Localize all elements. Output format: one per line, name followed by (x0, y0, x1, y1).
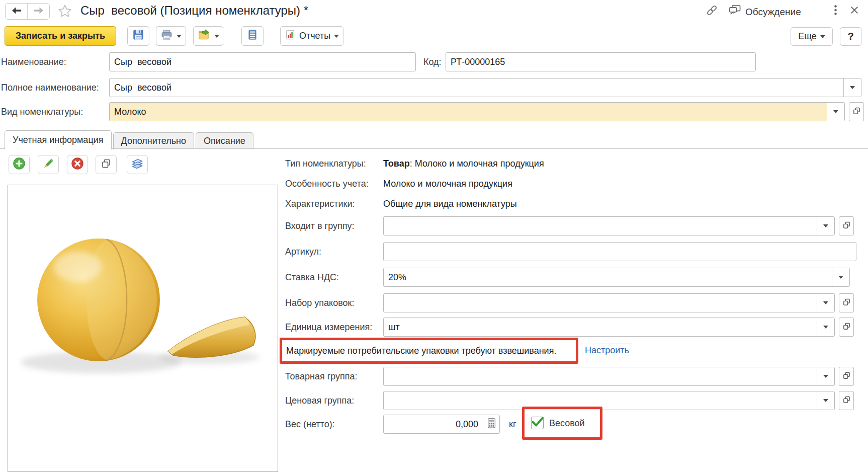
open-field-icon (852, 107, 861, 117)
characteristics-label: Характеристики: (285, 199, 355, 209)
register-icon (246, 28, 259, 44)
close-button[interactable] (846, 3, 863, 19)
register-button[interactable] (241, 26, 264, 46)
full-name-label: Полное наименование: (1, 78, 99, 97)
packaging-label: Набор упаковок: (285, 293, 354, 312)
reports-icon (285, 29, 296, 43)
tab-additional[interactable]: Дополнительно (113, 132, 195, 149)
code-input[interactable] (446, 52, 756, 71)
print-button[interactable] (156, 26, 186, 46)
history-nav (5, 3, 50, 20)
kind-input[interactable] (110, 103, 827, 121)
product-group-input[interactable] (384, 367, 817, 385)
menu-kebab-button[interactable] (827, 3, 844, 19)
more-label: Еще (798, 31, 817, 42)
full-name-dropdown-button[interactable] (843, 78, 861, 97)
open-field-icon (842, 395, 851, 406)
group-input[interactable] (384, 217, 817, 235)
dropdown-icon (823, 399, 828, 402)
back-button[interactable] (6, 4, 27, 19)
dropdown-icon (850, 86, 855, 89)
group-dropdown-button[interactable] (817, 217, 834, 235)
marking-notice-highlight: Маркируемые потребительские упаковки тре… (280, 338, 578, 364)
kind-open-button[interactable] (849, 102, 864, 121)
weight-field (383, 415, 500, 434)
price-group-input[interactable] (384, 391, 817, 410)
forward-icon (33, 5, 45, 19)
print-icon (160, 29, 173, 44)
group-label: Входит в группу: (285, 216, 354, 235)
weight-calculator-button[interactable] (483, 415, 499, 433)
more-button[interactable]: Еще (791, 27, 833, 46)
item-form-window: Сыр весовой (Позиция номенклатуры) * Обс… (0, 0, 868, 475)
menu-icon (834, 4, 837, 19)
discussion-button[interactable] (726, 3, 743, 19)
packaging-open-button[interactable] (839, 293, 854, 312)
type-value-bold: Товар (383, 159, 410, 169)
close-icon (849, 5, 859, 17)
image-copy-button[interactable] (96, 155, 117, 174)
image-add-button[interactable] (9, 155, 30, 174)
image-edit-button[interactable] (38, 155, 59, 174)
unit-input[interactable] (384, 318, 817, 336)
link-icon (705, 4, 719, 19)
image-delete-button[interactable] (67, 155, 88, 174)
dropdown-icon (838, 276, 843, 279)
weight-input[interactable] (384, 415, 483, 433)
open-field-icon (842, 221, 851, 231)
type-label: Тип номенклатуры: (285, 159, 366, 169)
price-group-dropdown-button[interactable] (817, 391, 834, 410)
product-group-label: Товарная группа: (285, 367, 358, 386)
marking-notice-text: Маркируемые потребительские упаковки тре… (282, 346, 556, 356)
name-input[interactable] (109, 52, 416, 71)
vat-dropdown-button[interactable] (832, 268, 849, 286)
packaging-dropdown-button[interactable] (817, 294, 834, 312)
type-value: Товар: Молоко и молочная продукция (383, 159, 544, 169)
unit-field (383, 318, 835, 337)
product-image-frame (8, 185, 278, 472)
packaging-input[interactable] (384, 294, 817, 312)
weighted-checkbox-label[interactable]: Весовой (549, 414, 585, 433)
weighted-checkbox[interactable] (531, 417, 544, 429)
image-copy-list-button[interactable] (127, 155, 148, 174)
forward-button[interactable] (27, 4, 49, 19)
kind-dropdown-button[interactable] (827, 103, 844, 121)
dropdown-icon (833, 110, 838, 113)
tab-description[interactable]: Описание (196, 132, 253, 149)
marking-configure-link[interactable]: Настроить (582, 344, 632, 357)
unit-dropdown-button[interactable] (817, 318, 834, 336)
accounting-label: Особенность учета: (285, 179, 369, 189)
tab-accounting-info[interactable]: Учетная информация (5, 130, 112, 149)
price-group-open-button[interactable] (839, 391, 854, 410)
price-group-label: Ценовая группа: (285, 391, 354, 410)
group-field (383, 216, 835, 235)
open-file-button[interactable] (193, 26, 223, 46)
unit-open-button[interactable] (839, 318, 854, 337)
vat-input[interactable] (384, 268, 832, 286)
weight-label: Вес (нетто): (285, 415, 335, 434)
group-open-button[interactable] (839, 216, 854, 235)
check-icon (530, 414, 545, 429)
get-link-button[interactable] (703, 3, 720, 19)
save-icon (132, 28, 145, 44)
product-group-open-button[interactable] (839, 367, 854, 386)
reports-button[interactable]: Отчеты (280, 26, 343, 46)
delete-icon (70, 156, 84, 173)
dropdown-icon (823, 326, 828, 329)
discussion-label[interactable]: Обсуждение (745, 7, 801, 18)
packaging-field (383, 293, 835, 312)
article-input[interactable] (383, 242, 856, 261)
open-file-dropdown-icon (214, 35, 219, 38)
product-group-dropdown-button[interactable] (817, 367, 834, 385)
save-and-close-button[interactable]: Записать и закрыть (5, 26, 116, 46)
help-label: ? (847, 31, 853, 42)
page-title: Сыр весовой (Позиция номенклатуры) * (80, 4, 308, 18)
favorite-star-icon[interactable] (57, 4, 72, 21)
price-group-field (383, 391, 835, 410)
full-name-input[interactable] (110, 78, 843, 97)
save-button[interactable] (127, 26, 149, 46)
add-icon (12, 156, 26, 173)
dropdown-icon (823, 224, 828, 227)
code-label: Код: (423, 52, 442, 71)
help-button[interactable]: ? (840, 27, 861, 46)
